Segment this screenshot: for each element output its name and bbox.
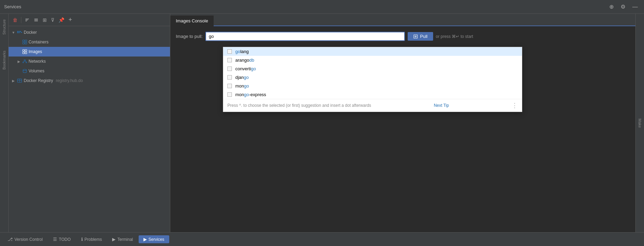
svg-rect-4 bbox=[19, 32, 20, 33]
ac-checkbox-convertigo bbox=[227, 66, 232, 71]
ac-text-mongo: mongo bbox=[235, 83, 249, 89]
ac-item-django[interactable]: django bbox=[223, 73, 522, 82]
containers-icon bbox=[22, 40, 27, 44]
arrow-registry: ▶ bbox=[11, 79, 15, 83]
ac-highlight-arangodb: db bbox=[249, 58, 254, 63]
pin-button[interactable]: 📌 bbox=[57, 17, 66, 23]
tree-item-networks[interactable]: ▶ Networks bbox=[9, 57, 170, 66]
docker-icon bbox=[17, 30, 22, 35]
problems-icon: ℹ bbox=[81, 237, 83, 242]
pull-row: Image to pull: Pull or press ⌘↵ to start bbox=[176, 32, 630, 41]
ac-tip-text: Press ^. to choose the selected (or firs… bbox=[227, 103, 371, 108]
ac-checkbox-golang bbox=[227, 49, 232, 54]
ac-highlight-convertigo: go bbox=[251, 66, 256, 71]
tree-toolbar: 🗑 ⊞ ⊽ 📌 + bbox=[9, 14, 170, 26]
filter-button[interactable]: ⊽ bbox=[50, 17, 56, 23]
bottom-tab-services[interactable]: ▶ Services bbox=[139, 235, 169, 243]
ac-checkbox-mongo-express bbox=[227, 92, 232, 97]
registry-sublabel: registry.hub.do bbox=[56, 78, 83, 83]
ac-highlight-mongo-express: go bbox=[244, 92, 249, 97]
tree-item-registry[interactable]: ▶ Docker Registry registry.hub.do bbox=[9, 76, 170, 85]
delete-button[interactable]: 🗑 bbox=[11, 17, 19, 23]
volumes-icon bbox=[22, 69, 27, 73]
make-label[interactable]: Make bbox=[638, 119, 642, 128]
ac-item-convertigo[interactable]: convertigo bbox=[223, 64, 522, 73]
svg-rect-8 bbox=[25, 42, 27, 44]
ac-text-golang: golang bbox=[235, 49, 249, 54]
problems-label: Problems bbox=[85, 237, 102, 242]
svg-rect-6 bbox=[25, 40, 27, 42]
tree-item-images[interactable]: Images bbox=[9, 47, 170, 57]
ac-text-django: django bbox=[235, 75, 249, 80]
ac-checkbox-django bbox=[227, 75, 232, 80]
svg-rect-1 bbox=[19, 31, 20, 32]
pull-btn-icon bbox=[413, 34, 418, 39]
pull-btn-label: Pull bbox=[420, 34, 428, 39]
ac-next-tip[interactable]: Next Tip bbox=[434, 103, 449, 108]
tree-item-docker[interactable]: ▼ Docker bbox=[9, 28, 170, 37]
ac-checkbox-arangodb bbox=[227, 58, 232, 62]
arrow-networks: ▶ bbox=[17, 60, 21, 63]
ac-item-mongo[interactable]: mongo bbox=[223, 82, 522, 90]
expand-icon bbox=[34, 18, 39, 22]
svg-rect-0 bbox=[17, 31, 18, 32]
ac-highlight-mongo: go bbox=[244, 83, 249, 89]
tree-item-volumes[interactable]: Volumes bbox=[9, 66, 170, 76]
group-button[interactable]: ⊞ bbox=[41, 17, 48, 23]
svg-point-18 bbox=[23, 69, 26, 71]
bottom-tab-todo[interactable]: ☰ TODO bbox=[48, 235, 75, 243]
tree-panel: 🗑 ⊞ ⊽ 📌 + ▼ bbox=[9, 14, 170, 232]
tab-images-label: Images Console bbox=[176, 18, 208, 23]
ac-item-mongo-express[interactable]: mongo-express bbox=[223, 90, 522, 99]
svg-line-16 bbox=[23, 61, 25, 62]
content-panel: Images Console Image to pull: Pull bbox=[170, 14, 635, 232]
containers-label: Containers bbox=[29, 40, 49, 44]
svg-point-15 bbox=[26, 62, 27, 63]
bottom-tab-terminal[interactable]: ▶ Terminal bbox=[107, 235, 138, 243]
ac-item-arangodb[interactable]: arangodb bbox=[223, 56, 522, 64]
minimize-button[interactable]: — bbox=[630, 3, 640, 11]
autocomplete-dropdown: golang arangodb convertigo bbox=[223, 47, 522, 112]
svg-point-13 bbox=[24, 60, 25, 61]
images-icon bbox=[22, 49, 27, 54]
add-service-button[interactable]: ⊕ bbox=[607, 3, 616, 11]
bookmarks-label[interactable]: Bookmarks bbox=[2, 48, 6, 72]
ac-item-golang[interactable]: golang bbox=[223, 47, 522, 56]
services-icon: ▶ bbox=[143, 237, 147, 242]
svg-rect-2 bbox=[20, 31, 21, 32]
title-bar: Services ⊕ ⚙ — bbox=[0, 0, 644, 14]
tree-item-containers[interactable]: Containers bbox=[9, 37, 170, 47]
svg-rect-7 bbox=[23, 42, 24, 44]
ac-checkbox-mongo bbox=[227, 84, 232, 88]
svg-rect-3 bbox=[17, 32, 18, 33]
svg-rect-11 bbox=[23, 52, 24, 54]
collapse-icon bbox=[25, 18, 30, 22]
pull-hint: or press ⌘↵ to start bbox=[436, 34, 473, 39]
services-label: Services bbox=[149, 237, 164, 242]
tab-images-console[interactable]: Images Console bbox=[170, 16, 214, 26]
svg-point-14 bbox=[23, 62, 24, 63]
pull-button[interactable]: Pull bbox=[408, 32, 433, 41]
ac-highlight-golang: go bbox=[235, 49, 240, 54]
bottom-tab-version-control[interactable]: ⎇ Version Control bbox=[3, 235, 47, 243]
ac-text-arangodb: arangodb bbox=[235, 58, 254, 63]
bottom-tab-problems[interactable]: ℹ Problems bbox=[76, 235, 107, 243]
settings-button[interactable]: ⚙ bbox=[619, 3, 627, 11]
expand-all-button[interactable] bbox=[32, 17, 40, 23]
collapse-all-button[interactable] bbox=[23, 17, 31, 23]
left-side-strip: Structure Bookmarks bbox=[0, 14, 9, 232]
ac-more-icon[interactable]: ⋮ bbox=[512, 102, 518, 109]
registry-icon bbox=[17, 78, 22, 83]
add-button[interactable]: + bbox=[67, 16, 74, 24]
images-label: Images bbox=[29, 49, 42, 54]
main-area: Structure Bookmarks 🗑 ⊞ ⊽ 📌 + bbox=[0, 14, 644, 232]
ac-highlight-django: go bbox=[244, 75, 249, 80]
image-pull-input[interactable] bbox=[205, 32, 405, 41]
structure-label[interactable]: Structure bbox=[2, 17, 6, 38]
version-control-label: Version Control bbox=[14, 237, 43, 242]
ac-text-mongo-express: mongo-express bbox=[235, 92, 266, 97]
terminal-label: Terminal bbox=[117, 237, 133, 242]
todo-icon: ☰ bbox=[53, 237, 57, 242]
svg-rect-5 bbox=[23, 40, 24, 42]
bottom-bar: ⎇ Version Control ☰ TODO ℹ Problems ▶ Te… bbox=[0, 232, 644, 246]
